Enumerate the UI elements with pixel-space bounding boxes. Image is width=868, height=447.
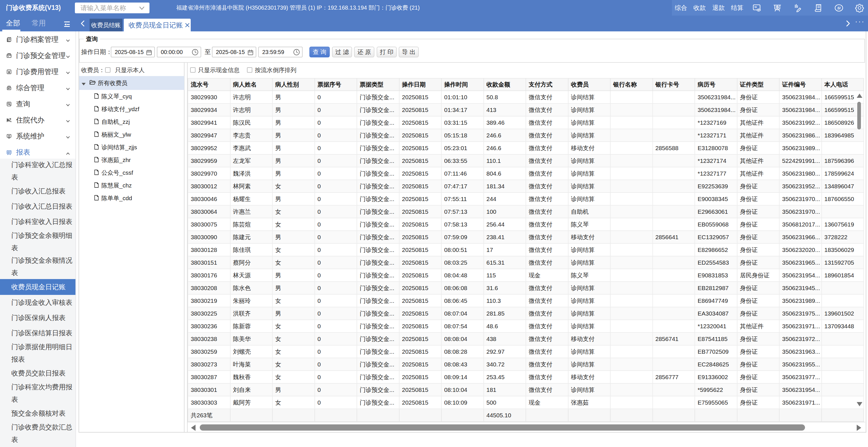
svg-text:SI: SI <box>754 6 757 8</box>
svg-text:SI: SI <box>837 6 841 10</box>
